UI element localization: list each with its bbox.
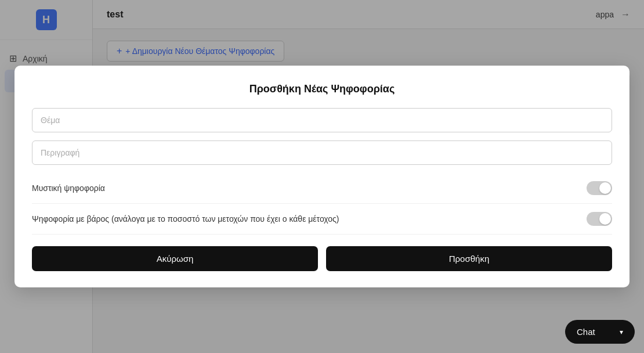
secret-voting-row: Μυστική ψηφοφορία — [32, 173, 612, 204]
description-input[interactable] — [32, 141, 612, 165]
add-button[interactable]: Προσθήκη — [326, 246, 612, 271]
weighted-voting-toggle[interactable] — [587, 212, 612, 226]
modal-dialog: Προσθήκη Νέας Ψηφοφορίας Μυστική ψηφοφορ… — [15, 66, 629, 287]
cancel-button[interactable]: Ακύρωση — [32, 246, 318, 271]
chat-label: Chat — [577, 327, 595, 337]
secret-voting-label: Μυστική ψηφοφορία — [32, 183, 105, 193]
modal-actions: Ακύρωση Προσθήκη — [32, 246, 612, 271]
topic-input[interactable] — [32, 108, 612, 132]
secret-voting-toggle[interactable] — [587, 181, 612, 195]
modal-title: Προσθήκη Νέας Ψηφοφορίας — [32, 83, 612, 95]
weighted-voting-row: Ψηφοφορία με βάρος (ανάλογα με το ποσοστ… — [32, 204, 612, 235]
chevron-down-icon: ▾ — [620, 328, 623, 336]
modal-overlay: Προσθήκη Νέας Ψηφοφορίας Μυστική ψηφοφορ… — [0, 0, 644, 353]
chat-widget[interactable]: Chat ▾ — [565, 320, 635, 344]
weighted-voting-label: Ψηφοφορία με βάρος (ανάλογα με το ποσοστ… — [32, 214, 339, 224]
